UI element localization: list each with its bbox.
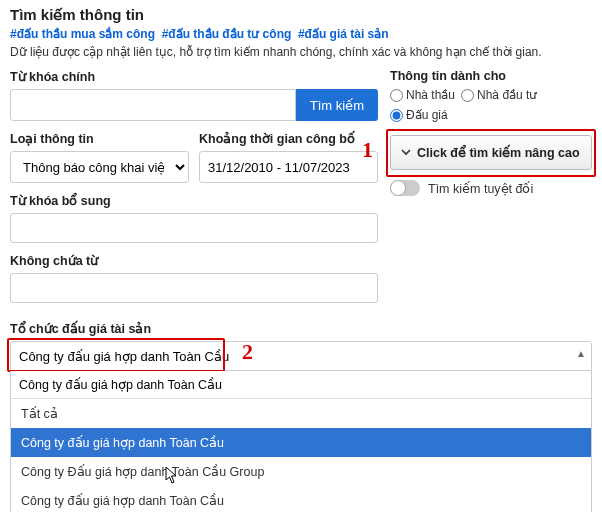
info-type-select[interactable]: Thông báo công khai việc <box>10 151 189 183</box>
tag-row: #đấu thầu mua sắm công #đấu thầu đầu tư … <box>10 26 592 41</box>
page-subtitle: Dữ liệu được cập nhật liên tục, hỗ trợ t… <box>10 45 592 59</box>
dropdown-option-all[interactable]: Tất cả <box>11 399 591 428</box>
absolute-search-toggle[interactable] <box>390 180 420 196</box>
absolute-search-label: Tìm kiếm tuyệt đối <box>428 181 533 196</box>
radio-contractor[interactable]: Nhà thầu <box>390 88 455 102</box>
extra-keyword-input[interactable] <box>10 213 378 243</box>
chevron-down-icon <box>401 146 411 160</box>
info-for-label: Thông tin dành cho <box>390 69 592 83</box>
dropdown-search-input[interactable] <box>11 371 591 399</box>
radio-auction[interactable]: Đấu giá <box>390 108 448 122</box>
tag-item[interactable]: #đấu giá tài sản <box>298 27 389 41</box>
organization-label: Tổ chức đấu giá tài sản <box>10 321 592 336</box>
advanced-search-label: Click để tìm kiếm nâng cao <box>417 145 580 160</box>
radio-investor[interactable]: Nhà đầu tư <box>461 88 537 102</box>
info-for-radios: Nhà thầu Nhà đầu tư Đấu giá <box>390 88 592 122</box>
exclude-input[interactable] <box>10 273 378 303</box>
callout-2: 2 <box>242 339 253 365</box>
tag-item[interactable]: #đấu thầu đầu tư công <box>162 27 292 41</box>
extra-keyword-label: Từ khóa bổ sung <box>10 193 378 208</box>
info-type-label: Loại thông tin <box>10 131 189 146</box>
dropdown-option[interactable]: Công ty đấu giá hợp danh Toàn Cầu <box>11 428 591 457</box>
date-range-input[interactable] <box>199 151 378 183</box>
callout-1: 1 <box>362 137 373 163</box>
search-button[interactable]: Tìm kiếm <box>296 89 378 121</box>
dropdown-option[interactable]: Công ty đấu giá hợp danh Toàn Cầu <box>11 486 591 512</box>
tag-item[interactable]: #đấu thầu mua sắm công <box>10 27 155 41</box>
organization-combobox[interactable] <box>10 341 592 371</box>
organization-dropdown: Tất cả Công ty đấu giá hợp danh Toàn Cầu… <box>10 371 592 512</box>
main-keyword-label: Từ khóa chính <box>10 69 378 84</box>
advanced-search-button[interactable]: Click để tìm kiếm nâng cao <box>390 135 592 170</box>
page-title: Tìm kiếm thông tin <box>10 6 592 24</box>
exclude-label: Không chứa từ <box>10 253 378 268</box>
dropdown-option[interactable]: Công ty Đấu giá hợp danh Toàn Cầu Group <box>11 457 591 486</box>
date-range-label: Khoảng thời gian công bố <box>199 131 378 146</box>
main-keyword-input[interactable] <box>10 89 296 121</box>
